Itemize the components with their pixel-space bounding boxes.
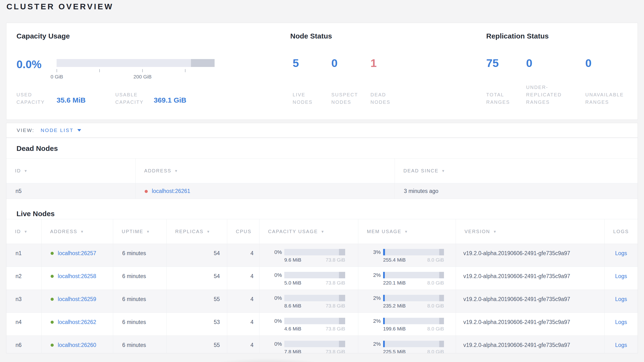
column-header-uptime[interactable]: UPTIME ▼ [113,219,166,244]
page-title: CLUSTER OVERVIEW [6,2,114,11]
view-mode-dropdown[interactable]: NODE LIST [40,127,81,133]
mem-usage-cell: 2% 199.6 MiB 8.0 GiB [358,313,456,335]
table-row: n2 localhost:26258 6 minutes 54 4 0% 5.0… [6,267,638,290]
capacity-total-value: 73.8 GiB [326,303,345,309]
logs-cell: Logs [604,244,638,267]
dead-nodes-count: 1 [370,56,377,70]
node-address-link[interactable]: localhost:26258 [58,273,96,280]
capacity-percent: 0% [260,341,282,347]
stat-label-line: UNAVAILABLE [585,91,624,98]
sort-arrow-icon: ▼ [24,230,28,234]
usable-capacity-value: 369.1 GiB [154,96,186,104]
mem-total-value: 8.0 GiB [427,303,444,309]
capacity-axis-tick [56,69,57,72]
logs-link[interactable]: Logs [615,295,627,303]
capacity-usage-cell: 0% 5.0 MiB 73.8 GiB [259,267,358,290]
bottom-edge-shadow [174,352,360,362]
logs-link[interactable]: Logs [615,341,627,349]
sort-arrow-icon: ▼ [493,230,497,234]
capacity-usage-cell: 0% 8.6 MiB 73.8 GiB [259,290,358,312]
node-address-link[interactable]: localhost:26261 [152,188,190,194]
capacity-percent: 0% [260,295,282,301]
column-header-mem-usage[interactable]: MEM USAGE ▼ [358,219,456,244]
mem-used-value: 220.1 MiB [383,280,406,286]
mem-total-value: 8.0 GiB [427,280,444,286]
view-selector-bar: VIEW: NODE LIST [6,123,638,138]
mem-bar [383,318,444,324]
logs-cell: Logs [604,267,638,290]
node-status-title: Node Status [290,32,332,40]
total-ranges-count: 75 [486,56,499,70]
view-mode-selected[interactable]: NODE LIST [40,127,74,133]
uptime-cell: 6 minutes [113,290,166,312]
column-header-address[interactable]: ADDRESS ▼ [135,158,394,183]
node-address-cell: localhost:26259 [41,290,113,312]
used-capacity-label-line: USED [16,91,45,98]
table-row: n6 localhost:26260 6 minutes 55 4 0% 7.8… [6,336,638,353]
node-address-link[interactable]: localhost:26262 [58,318,96,326]
capacity-total-value: 73.8 GiB [326,349,345,353]
column-header-version[interactable]: VERSION ▼ [456,219,604,244]
live-nodes-section-title: Live Nodes [16,210,55,218]
column-header-label: CPUS [236,229,252,234]
column-header-label: ADDRESS [144,168,172,173]
cpus-cell: 4 [227,244,259,267]
capacity-bar [284,295,345,301]
dead-nodes-section-title: Dead Nodes [16,144,58,152]
sort-arrow-icon: ▼ [174,169,178,173]
mem-total-value: 8.0 GiB [427,326,444,332]
mem-bar [383,272,444,278]
version-cell: v19.2.0-alpha.20190606-2491-gfe735c9a97 [456,267,604,290]
under-replicated-ranges-count: 0 [526,56,532,70]
capacity-axis-tick [142,69,143,72]
column-header-address[interactable]: ADDRESS ▼ [41,219,113,244]
live-nodes-table-header: ID ▼ ADDRESS ▼ UPTIME ▼ REPLICAS ▼ CPUS … [6,219,638,244]
live-nodes-label: LIVE NODES [293,91,313,106]
mem-bar [383,295,444,301]
capacity-percent: 0% [260,318,282,324]
logs-link[interactable]: Logs [615,273,627,280]
suspect-nodes-label: SUSPECT NODES [331,91,358,106]
sort-arrow-icon: ▼ [441,169,446,173]
capacity-bar [284,249,345,255]
column-header-replicas[interactable]: REPLICAS ▼ [166,219,227,244]
column-header-dead-since[interactable]: DEAD SINCE ▼ [394,158,638,183]
node-address-link[interactable]: localhost:26260 [58,341,96,349]
capacity-axis-tick [185,69,186,72]
node-address-link[interactable]: localhost:26259 [58,295,96,303]
unavailable-ranges-count: 0 [585,56,592,70]
mem-total-value: 8.0 GiB [427,257,444,263]
capacity-used-value: 9.6 MiB [284,257,301,263]
column-header-id[interactable]: ID ▼ [6,158,135,183]
under-replicated-ranges-label: UNDER- REPLICATED RANGES [526,84,562,106]
column-header-label: ADDRESS [50,229,77,234]
cpus-cell: 4 [227,313,259,335]
logs-link[interactable]: Logs [615,250,627,257]
live-status-dot-icon [50,343,54,347]
stat-label-line: TOTAL [486,91,510,98]
column-header-id[interactable]: ID ▼ [6,219,41,244]
unavailable-ranges-label: UNAVAILABLE RANGES [585,91,624,106]
live-status-dot-icon [50,252,54,255]
capacity-axis-label-0: 0 GiB [38,74,76,80]
stat-label-line: LIVE [293,91,313,98]
node-address-link[interactable]: localhost:26257 [58,250,96,257]
stat-label-line: RANGES [585,98,624,106]
mem-usage-cell: 2% 220.1 MiB 8.0 GiB [358,267,456,290]
mem-usage-cell: 2% 235.2 MiB 8.0 GiB [358,290,456,312]
chevron-down-icon [77,129,81,131]
capacity-total-value: 73.8 GiB [326,280,345,286]
capacity-total-value: 73.8 GiB [326,257,345,263]
cpus-cell: 4 [227,336,259,353]
column-header-label: ID [15,168,21,173]
column-header-capacity-usage[interactable]: CAPACITY USAGE ▼ [259,219,358,244]
logs-link[interactable]: Logs [615,318,627,326]
table-row: n4 localhost:26262 6 minutes 53 4 0% 4.6… [6,313,638,336]
uptime-cell: 6 minutes [113,267,166,290]
table-row: n3 localhost:26259 6 minutes 55 4 0% 8.6… [6,290,638,313]
column-header-cpus[interactable]: CPUS [227,219,259,244]
used-capacity-value: 35.6 MiB [56,96,86,104]
usable-capacity-label-line: CAPACITY [115,98,144,106]
usable-capacity-label: USABLE CAPACITY [115,91,144,106]
capacity-usage-cell: 0% 4.6 MiB 73.8 GiB [259,313,358,335]
